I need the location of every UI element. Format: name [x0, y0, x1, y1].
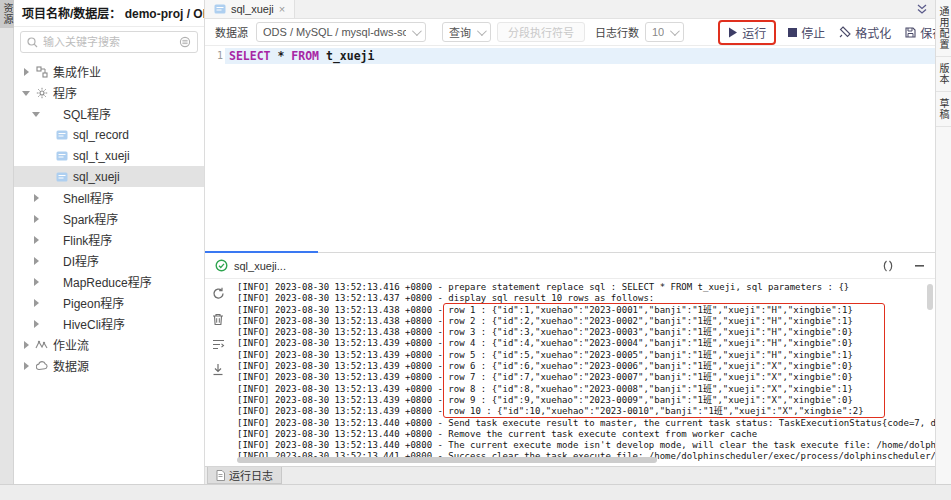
log-line: [INFO] 2023-08-30 13:52:13.439 +0800 - r… — [237, 372, 935, 383]
query-mode-select[interactable]: 查询 — [442, 22, 491, 42]
expand-arrow-icon — [42, 131, 50, 139]
editor-tab-label: sql_xueji — [231, 3, 274, 15]
tree-item-Shell程序[interactable]: Shell程序 — [14, 187, 204, 208]
expand-arrow-icon[interactable] — [22, 341, 30, 349]
editor-tabbar: sql_xueji × — [205, 0, 935, 19]
datasource-select[interactable]: ODS / MySQL / mysql-dws-source — [256, 22, 426, 42]
stop-button[interactable]: 停止 — [788, 24, 825, 41]
expand-arrow-icon[interactable] — [22, 68, 30, 76]
gear-icon — [35, 87, 48, 99]
tree-item-label: SQL程序 — [63, 105, 111, 122]
log-line: [INFO] 2023-08-30 13:52:13.439 +0800 - r… — [237, 384, 935, 395]
tree-item-sql_record[interactable]: sql_record — [14, 124, 204, 145]
expand-arrow-icon[interactable] — [32, 320, 40, 328]
tree-item-label: Flink程序 — [63, 231, 112, 248]
log-line: [INFO] 2023-08-30 13:52:13.439 +0800 - r… — [237, 338, 935, 349]
tree-item-Pigeon程序[interactable]: Pigeon程序 — [14, 292, 204, 313]
tree-item-MapReduce程序[interactable]: MapReduce程序 — [14, 271, 204, 292]
tree-item-sql_t_xueji[interactable]: sql_t_xueji — [14, 145, 204, 166]
log-horizontal-scrollbar[interactable] — [237, 457, 657, 463]
tree-item-sql_xueji[interactable]: sql_xueji — [14, 166, 204, 187]
tree-item-label: sql_record — [73, 128, 129, 142]
workflow-icon — [35, 339, 48, 351]
search-input[interactable] — [43, 36, 174, 48]
sql-file-icon — [55, 129, 68, 141]
expand-arrow-icon[interactable] — [32, 215, 40, 223]
main-panel: sql_xueji × 数据源 ODS / MySQL / mysql-dws-… — [205, 0, 935, 466]
filter-settings-icon[interactable] — [179, 36, 191, 48]
tree-item-label: 作业流 — [53, 336, 89, 353]
expand-arrow-icon — [42, 152, 50, 160]
log-toolbar — [205, 279, 231, 466]
segment-execute-button[interactable]: 分段执行符号 — [497, 22, 585, 42]
rail-tab-general-config[interactable]: 通用配置 — [936, 0, 951, 57]
tree-item-作业流[interactable]: 作业流 — [14, 334, 204, 355]
log-vertical-scrollbar[interactable] — [927, 284, 933, 310]
left-rail: 资源 — [0, 0, 14, 484]
rail-tab-resources[interactable]: 资源 — [0, 0, 14, 28]
play-icon — [728, 27, 738, 38]
tree-item-label: 数据源 — [53, 357, 89, 374]
tree-item-label: Spark程序 — [63, 210, 118, 227]
log-line: [INFO] 2023-08-30 13:52:13.440 +0800 - S… — [237, 418, 935, 429]
log-line: [INFO] 2023-08-30 13:52:13.437 +0800 - d… — [237, 293, 935, 304]
log-line: [INFO] 2023-08-30 13:52:13.439 +0800 - r… — [237, 350, 935, 361]
integration-icon — [35, 66, 48, 78]
collapse-panel-icon[interactable] — [909, 0, 935, 18]
expand-arrow-icon[interactable] — [32, 236, 40, 244]
search-box[interactable] — [20, 31, 198, 53]
run-log-tab[interactable]: 运行日志 — [207, 467, 282, 484]
tree-item-Spark程序[interactable]: Spark程序 — [14, 208, 204, 229]
log-line: [INFO] 2023-08-30 13:52:13.440 +0800 - R… — [237, 429, 935, 440]
format-button[interactable]: 格式化 — [839, 24, 891, 41]
tree-item-label: 集成作业 — [53, 63, 101, 80]
log-line: [INFO] 2023-08-30 13:52:13.416 +0800 - p… — [237, 282, 935, 293]
tree-item-集成作业[interactable]: 集成作业 — [14, 61, 204, 82]
download-log-button[interactable] — [212, 363, 224, 376]
tree-item-DI程序[interactable]: DI程序 — [14, 250, 204, 271]
expand-arrow-icon[interactable] — [32, 110, 40, 118]
log-line: [INFO] 2023-08-30 13:52:13.439 +0800 - r… — [237, 406, 935, 417]
tree-item-HiveCli程序[interactable]: HiveCli程序 — [14, 313, 204, 334]
tree-item-label: DI程序 — [63, 252, 99, 269]
log-output: [INFO] 2023-08-30 13:52:13.416 +0800 - p… — [231, 279, 935, 466]
wrap-lines-button[interactable] — [212, 339, 225, 350]
log-tab-label[interactable]: sql_xueji... — [234, 260, 286, 272]
tree-item-Flink程序[interactable]: Flink程序 — [14, 229, 204, 250]
expand-arrow-icon[interactable] — [22, 89, 30, 97]
log-line: [INFO] 2023-08-30 13:52:13.439 +0800 - r… — [237, 361, 935, 372]
save-icon — [905, 27, 916, 38]
run-button-highlight: 运行 — [718, 20, 776, 45]
clear-log-button[interactable] — [212, 313, 224, 326]
rail-tab-draft[interactable]: 草稿 — [936, 92, 951, 127]
sql-editor[interactable]: 1 SELECT * FROM t_xueji — [205, 46, 935, 252]
expand-arrow-icon[interactable] — [32, 257, 40, 265]
run-button[interactable]: 运行 — [728, 24, 766, 41]
active-log-tab-indicator — [205, 251, 318, 253]
run-log-tab-label: 运行日志 — [229, 467, 273, 483]
tree-item-label: 程序 — [53, 84, 77, 101]
expand-arrow-icon[interactable] — [32, 299, 40, 307]
log-panel-header: sql_xueji... — [205, 253, 935, 279]
editor-tab-sql-xueji[interactable]: sql_xueji × — [205, 0, 295, 18]
refresh-log-button[interactable] — [212, 287, 225, 300]
log-line: [INFO] 2023-08-30 13:52:13.440 +0800 - T… — [237, 440, 935, 451]
expand-arrow-icon[interactable] — [32, 194, 40, 202]
tree-item-数据源[interactable]: 数据源 — [14, 355, 204, 376]
tree-item-SQL程序[interactable]: SQL程序 — [14, 103, 204, 124]
project-title: 项目名称/数据层： demo-proj / ODS — [14, 0, 204, 27]
expand-arrow-icon[interactable] — [22, 362, 30, 370]
log-lines: [INFO] 2023-08-30 13:52:13.416 +0800 - p… — [231, 279, 935, 463]
code-braces-icon[interactable] — [882, 260, 894, 272]
log-panel: sql_xueji... [INFO] 2023-08-30 13:52:13.… — [205, 252, 935, 466]
editor-toolbar: 数据源 ODS / MySQL / mysql-dws-source 查询 分段… — [205, 19, 935, 46]
log-rows-select[interactable]: 10 — [645, 22, 684, 42]
rail-tab-version[interactable]: 版本 — [936, 57, 951, 92]
stop-icon — [788, 28, 797, 37]
right-rail: 通用配置 版本 草稿 — [935, 0, 951, 484]
expand-arrow-icon[interactable] — [32, 278, 40, 286]
tab-close-icon[interactable]: × — [279, 4, 285, 15]
tree-item-程序[interactable]: 程序 — [14, 82, 204, 103]
minimize-icon[interactable] — [914, 260, 925, 271]
chevron-down-icon — [412, 26, 422, 36]
